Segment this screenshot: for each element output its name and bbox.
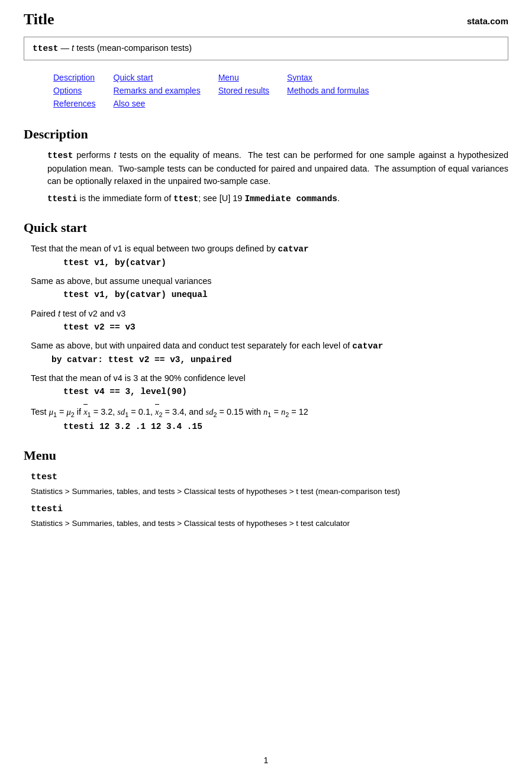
page-title: Title — [24, 8, 54, 31]
qs-desc-4: Same as above, but with unpaired data an… — [31, 340, 508, 353]
ttest-ref: ttest — [173, 194, 198, 204]
page-footer: 1 — [0, 754, 532, 766]
nav-empty-2 — [287, 97, 387, 110]
description-body: ttest performs t tests on the equality o… — [47, 149, 508, 187]
title-box: ttest — t tests (mean-comparison tests) — [24, 37, 508, 60]
title-box-cmd: ttest — [33, 44, 59, 53]
qs-code-1: ttest v1, by(catvar) — [31, 257, 508, 269]
menu-heading: Menu — [24, 446, 508, 465]
qs-desc-2: Same as above, but assume unequal varian… — [31, 275, 508, 288]
qs-item-6: Test μ1 = μ2 if x 1 = 3.2, sd1 = 0.1, x … — [31, 404, 508, 434]
qs-desc-1: Test that the mean of v1 is equal betwee… — [31, 243, 508, 256]
stata-logo: stata.com — [467, 15, 508, 28]
nav-row-3: References Also see — [53, 97, 387, 110]
page: Title stata.com ttest — t tests (mean-co… — [0, 0, 532, 778]
qs-desc-5: Test that the mean of v4 is 3 at the 90%… — [31, 372, 508, 385]
nav-links-table: Description Quick start Menu Syntax Opti… — [53, 71, 387, 111]
qs-item-4: Same as above, but with unpaired data an… — [31, 340, 508, 366]
title-box-desc: t tests (mean-comparison tests) — [72, 43, 192, 53]
nav-methods[interactable]: Methods and formulas — [287, 84, 387, 97]
menu-cmd-ttesti: ttesti — [31, 503, 508, 516]
nav-references[interactable]: References — [53, 97, 114, 110]
nav-row-2: Options Remarks and examples Stored resu… — [53, 84, 387, 97]
ttesti-inline: ttesti — [47, 194, 77, 204]
qs-code-2: ttest v1, by(catvar) unequal — [31, 289, 508, 301]
description-heading: Description — [24, 125, 508, 144]
nav-remarks[interactable]: Remarks and examples — [114, 84, 218, 97]
quick-start-heading: Quick start — [24, 218, 508, 237]
nav-empty-1 — [218, 97, 287, 110]
menu-path-ttest: Statistics > Summaries, tables, and test… — [31, 486, 508, 498]
nav-table: Description Quick start Menu Syntax Opti… — [53, 71, 508, 111]
nav-menu[interactable]: Menu — [218, 71, 287, 84]
nav-also-see[interactable]: Also see — [114, 97, 218, 110]
qs-item-5: Test that the mean of v4 is 3 at the 90%… — [31, 372, 508, 398]
nav-quick-start[interactable]: Quick start — [114, 71, 218, 84]
qs-code-3: ttest v2 == v3 — [31, 321, 508, 334]
menu-cmd-ttest: ttest — [31, 471, 508, 484]
qs-item-2: Same as above, but assume unequal varian… — [31, 275, 508, 301]
page-header: Title stata.com — [24, 8, 508, 31]
immediate-note: ttesti is the immediate form of ttest; s… — [47, 192, 508, 205]
qs-desc-3: Paired t test of v2 and v3 — [31, 308, 508, 320]
menu-body: ttest Statistics > Summaries, tables, an… — [31, 471, 508, 530]
nav-syntax[interactable]: Syntax — [287, 71, 387, 84]
page-number: 1 — [264, 756, 269, 765]
nav-row-1: Description Quick start Menu Syntax — [53, 71, 387, 84]
nav-options[interactable]: Options — [53, 84, 114, 97]
ttest-inline: ttest — [47, 151, 73, 160]
quick-start-body: Test that the mean of v1 is equal betwee… — [31, 243, 508, 433]
title-box-separator: — — [61, 43, 72, 53]
qs-code-6: ttesti 12 3.2 .1 12 3.4 .15 — [31, 421, 508, 433]
menu-path-ttesti: Statistics > Summaries, tables, and test… — [31, 518, 508, 530]
qs-desc-6: Test μ1 = μ2 if x 1 = 3.2, sd1 = 0.1, x … — [31, 404, 508, 420]
qs-code-5: ttest v4 == 3, level(90) — [31, 386, 508, 398]
qs-item-1: Test that the mean of v1 is equal betwee… — [31, 243, 508, 269]
qs-code-4: by catvar: ttest v2 == v3, unpaired — [31, 354, 508, 366]
nav-description[interactable]: Description — [53, 71, 114, 84]
description-p1: ttest performs t tests on the equality o… — [47, 149, 508, 187]
qs-item-3: Paired t test of v2 and v3 ttest v2 == v… — [31, 308, 508, 334]
nav-stored-results[interactable]: Stored results — [218, 84, 287, 97]
